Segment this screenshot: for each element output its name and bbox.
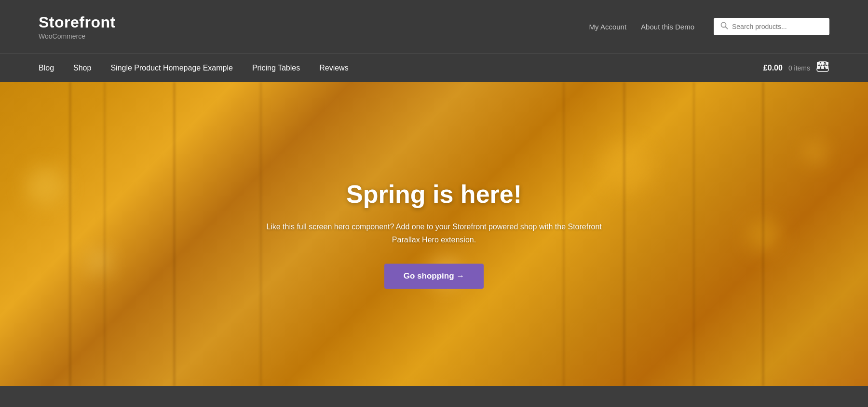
nav-pricing-tables[interactable]: Pricing Tables xyxy=(252,64,300,72)
navbar: Blog Shop Single Product Homepage Exampl… xyxy=(0,53,868,82)
brand: Storefront WooCommerce xyxy=(39,14,116,40)
cart-icon[interactable] xyxy=(816,61,829,75)
streak-7 xyxy=(624,82,625,386)
bokeh-2 xyxy=(87,250,111,274)
streak-3 xyxy=(174,82,175,386)
cart-items-count: 0 items xyxy=(788,64,810,72)
search-input[interactable] xyxy=(732,23,823,30)
about-demo-link[interactable]: About this Demo xyxy=(641,23,694,31)
header-right: My Account About this Demo xyxy=(589,18,829,35)
nav-reviews[interactable]: Reviews xyxy=(319,64,348,72)
hero-description: Like this full screen hero component? Ad… xyxy=(260,220,608,246)
go-shopping-button[interactable]: Go shopping → xyxy=(384,264,484,289)
svg-line-1 xyxy=(726,27,728,29)
streak-5 xyxy=(762,82,764,386)
header: Storefront WooCommerce My Account About … xyxy=(0,0,868,53)
svg-line-8 xyxy=(820,63,821,68)
brand-subtitle: WooCommerce xyxy=(39,32,116,40)
nav-single-product[interactable]: Single Product Homepage Example xyxy=(110,64,232,72)
search-box[interactable] xyxy=(714,18,829,35)
header-nav: My Account About this Demo xyxy=(589,23,694,31)
streak-2 xyxy=(104,82,105,386)
nav-shop[interactable]: Shop xyxy=(73,64,91,72)
brand-name: Storefront xyxy=(39,14,116,31)
hero-section: Spring is here! Like this full screen he… xyxy=(0,82,868,386)
search-icon xyxy=(720,22,728,31)
hero-content: Spring is here! Like this full screen he… xyxy=(251,170,617,298)
hero-title: Spring is here! xyxy=(260,180,608,209)
nav-blog[interactable]: Blog xyxy=(39,64,54,72)
svg-line-10 xyxy=(825,63,826,68)
bokeh-1 xyxy=(26,167,65,206)
nav-links: Blog Shop Single Product Homepage Exampl… xyxy=(39,64,349,72)
cart-price: £0.00 xyxy=(763,64,783,72)
bokeh-5 xyxy=(805,143,825,162)
cart-area: £0.00 0 items xyxy=(763,61,829,75)
my-account-link[interactable]: My Account xyxy=(589,23,627,31)
bokeh-6 xyxy=(747,219,781,253)
streak-1 xyxy=(69,82,71,386)
streak-6 xyxy=(693,82,694,386)
